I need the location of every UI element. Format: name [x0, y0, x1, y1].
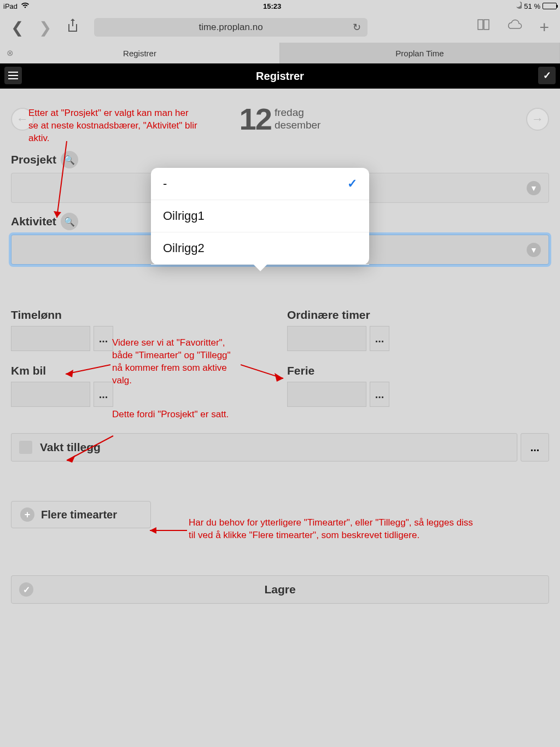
timelonn-label: Timelønn — [11, 308, 273, 322]
save-label: Lagre — [264, 583, 295, 596]
option-label: Oilrigg1 — [163, 209, 205, 223]
ordinaere-label: Ordinære timer — [287, 308, 549, 322]
next-day-button[interactable]: → — [526, 108, 549, 131]
annotation-text: Videre ser vi at "Favoritter", både "Tim… — [112, 337, 235, 387]
annotation-text: Har du behov for ytterligere "Timearter"… — [189, 517, 479, 542]
cloud-icon[interactable] — [506, 18, 523, 37]
svg-marker-5 — [66, 370, 73, 377]
wifi-icon — [21, 2, 30, 10]
menu-button[interactable] — [4, 67, 22, 84]
ferie-label: Ferie — [287, 364, 549, 377]
popover-tail — [253, 264, 268, 271]
annotation-text: Etter at "Prosjekt" er valgt kan man her… — [28, 107, 201, 145]
tab-label: Registrer — [123, 49, 156, 58]
annotation-arrow-icon — [61, 434, 116, 464]
check-icon: ✓ — [347, 177, 357, 191]
close-icon[interactable]: ⊗ — [7, 48, 14, 58]
option-label: - — [163, 177, 167, 190]
arrow-right-icon: → — [532, 112, 544, 126]
page-title: Registrer — [256, 70, 304, 83]
add-timearter-button[interactable]: + Flere timearter — [11, 501, 151, 528]
popover-option[interactable]: Oilrigg1 — [151, 200, 369, 232]
vakt-checkbox[interactable] — [19, 441, 32, 454]
option-label: Oilrigg2 — [163, 241, 205, 255]
svg-marker-3 — [54, 211, 61, 218]
tab-proplan-time[interactable]: Proplan Time — [280, 43, 560, 63]
timelonn-input[interactable] — [11, 326, 90, 351]
more-label: Flere timearter — [41, 509, 117, 521]
url-bar[interactable]: time.proplan.no ↻ — [94, 18, 368, 37]
annotation-arrow-icon — [145, 526, 189, 535]
battery-icon — [542, 3, 557, 9]
ios-status-bar: iPad 15:23 51 % — [0, 0, 560, 12]
tab-label: Proplan Time — [395, 49, 444, 58]
annotation-arrow-icon — [241, 362, 290, 384]
annotation-arrow-icon — [50, 141, 72, 223]
annotation-arrow-icon — [61, 362, 113, 380]
plus-icon: + — [20, 507, 34, 522]
svg-line-2 — [57, 141, 67, 218]
ferie-input[interactable] — [287, 382, 366, 407]
new-tab-icon[interactable]: + — [539, 18, 549, 37]
clock: 15:23 — [30, 2, 515, 10]
arrow-left-icon: ← — [16, 112, 28, 126]
popover-option[interactable]: Oilrigg2 — [151, 232, 369, 265]
safari-toolbar: ❮ ❯ time.proplan.no ↻ + — [0, 12, 560, 43]
ferie-more-button[interactable]: ... — [370, 382, 389, 407]
svg-rect-0 — [478, 20, 483, 30]
url-text: time.proplan.no — [199, 22, 262, 33]
tab-registrer[interactable]: ⊗ Registrer — [0, 43, 280, 63]
confirm-button[interactable]: ✓ — [538, 67, 556, 84]
battery-percent: 51 % — [524, 2, 540, 10]
app-header: Registrer ✓ — [0, 63, 560, 89]
moon-icon — [515, 2, 522, 10]
kmbil-more-button[interactable]: ... — [94, 382, 113, 407]
svg-marker-11 — [150, 527, 156, 534]
chevron-down-icon: ▼ — [527, 181, 541, 195]
share-icon[interactable] — [67, 18, 79, 37]
svg-rect-1 — [484, 20, 489, 30]
date-number: 12 — [240, 104, 271, 135]
prosjekt-label-row: Prosjekt 🔍 — [11, 151, 549, 168]
popover-option[interactable]: - ✓ — [151, 168, 369, 200]
kmbil-input[interactable] — [11, 382, 90, 407]
check-icon: ✓ — [543, 69, 551, 81]
hamburger-icon — [8, 75, 18, 76]
svg-marker-7 — [275, 373, 283, 382]
chevron-down-icon: ▼ — [527, 243, 541, 257]
vakt-more-button[interactable]: ... — [521, 433, 549, 462]
aktivitet-popover: - ✓ Oilrigg1 Oilrigg2 — [151, 168, 369, 265]
refresh-icon[interactable]: ↻ — [353, 21, 361, 33]
save-button[interactable]: ✓ Lagre — [11, 575, 549, 604]
weekday: fredag — [275, 107, 321, 119]
content-area: ← 12 fredag desember → Etter at "Prosjek… — [0, 89, 560, 604]
timelonn-more-button[interactable]: ... — [94, 326, 113, 351]
reader-icon[interactable] — [477, 18, 490, 37]
ordinaere-input[interactable] — [287, 326, 366, 351]
prosjekt-label: Prosjekt — [11, 153, 56, 166]
browser-tabs: ⊗ Registrer Proplan Time — [0, 43, 560, 63]
forward-icon: ❯ — [39, 19, 51, 37]
check-circle-icon: ✓ — [19, 582, 33, 597]
back-icon[interactable]: ❮ — [11, 19, 24, 37]
ordinaere-more-button[interactable]: ... — [370, 326, 389, 351]
svg-marker-9 — [67, 455, 75, 463]
annotation-text: Dette fordi "Prosjekt" er satt. — [112, 408, 235, 421]
month: desember — [275, 119, 321, 132]
device-label: iPad — [3, 2, 18, 10]
aktivitet-label: Aktivitet — [11, 215, 56, 228]
